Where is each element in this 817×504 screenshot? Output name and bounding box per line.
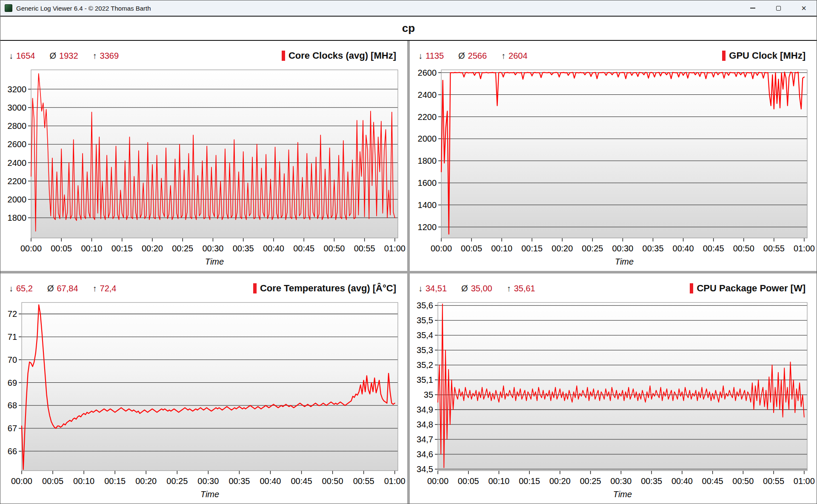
min-arrow-icon: ↓ xyxy=(9,284,13,293)
stat-avg: Ø67,84 xyxy=(47,284,78,293)
core-clocks-chart[interactable]: 1800200022002400260028003000320000:0000:… xyxy=(0,65,407,271)
log-file-header: cp xyxy=(0,17,817,41)
chart-stats: ↓1135 Ø2566 ↑2604 xyxy=(418,51,528,61)
svg-text:35,1: 35,1 xyxy=(417,375,433,384)
stat-max-value: 35,61 xyxy=(514,284,535,293)
svg-text:00:25: 00:25 xyxy=(580,476,601,486)
svg-text:00:20: 00:20 xyxy=(135,476,157,486)
svg-text:00:50: 00:50 xyxy=(322,476,343,486)
svg-text:00:30: 00:30 xyxy=(202,244,223,253)
chart-stats: ↓65,2 Ø67,84 ↑72,4 xyxy=(9,284,117,293)
chart-legend: GPU Clock [MHz] xyxy=(722,50,806,61)
svg-text:00:35: 00:35 xyxy=(229,476,250,486)
svg-text:00:35: 00:35 xyxy=(643,244,664,253)
svg-text:00:05: 00:05 xyxy=(51,244,72,253)
svg-text:00:10: 00:10 xyxy=(73,476,94,486)
svg-text:00:20: 00:20 xyxy=(142,244,163,253)
svg-text:01:00: 01:00 xyxy=(794,244,815,253)
svg-text:00:35: 00:35 xyxy=(641,476,662,486)
svg-text:2600: 2600 xyxy=(8,140,26,149)
svg-text:00:40: 00:40 xyxy=(673,244,694,253)
svg-text:2000: 2000 xyxy=(418,134,437,143)
stat-min-value: 65,2 xyxy=(16,284,33,293)
legend-color-bar xyxy=(253,283,257,293)
stat-max: ↑3369 xyxy=(93,51,119,61)
log-file-name: cp xyxy=(402,22,415,35)
svg-text:Time: Time xyxy=(615,257,634,266)
avg-symbol-icon: Ø xyxy=(461,284,468,293)
svg-text:35,3: 35,3 xyxy=(417,345,433,355)
close-button[interactable]: × xyxy=(791,0,817,16)
svg-text:00:50: 00:50 xyxy=(323,244,345,253)
stat-min-value: 1654 xyxy=(16,51,35,61)
chart-title: Core Clocks (avg) [MHz] xyxy=(289,50,396,61)
legend-color-bar xyxy=(282,51,285,61)
svg-text:00:05: 00:05 xyxy=(458,476,479,486)
svg-text:00:45: 00:45 xyxy=(703,244,724,253)
minimize-button[interactable] xyxy=(740,0,766,16)
stat-min-value: 1135 xyxy=(426,51,444,61)
svg-text:Time: Time xyxy=(205,257,224,266)
min-arrow-icon: ↓ xyxy=(9,51,13,61)
svg-text:00:45: 00:45 xyxy=(702,476,723,486)
stat-avg: Ø1932 xyxy=(50,51,78,61)
stat-avg: Ø2566 xyxy=(458,51,487,61)
avg-symbol-icon: Ø xyxy=(458,51,465,61)
svg-text:00:15: 00:15 xyxy=(519,476,540,486)
svg-text:01:00: 01:00 xyxy=(384,244,406,253)
svg-text:2200: 2200 xyxy=(8,177,26,186)
quadrant-core-temperatures: ↓65,2 Ø67,84 ↑72,4 Core Temperatures (av… xyxy=(0,273,407,504)
maximize-icon xyxy=(776,6,781,11)
svg-text:00:25: 00:25 xyxy=(582,244,603,253)
stat-max: ↑72,4 xyxy=(93,284,117,293)
plot-area-wrap: 6667686970717200:0000:0500:1000:1500:200… xyxy=(0,297,407,504)
svg-text:00:45: 00:45 xyxy=(293,244,314,253)
svg-text:00:05: 00:05 xyxy=(42,476,63,486)
svg-text:34,9: 34,9 xyxy=(417,405,433,414)
svg-text:35: 35 xyxy=(424,390,433,399)
stat-min: ↓1135 xyxy=(418,51,444,61)
svg-text:00:15: 00:15 xyxy=(104,476,126,486)
svg-text:00:00: 00:00 xyxy=(20,244,42,253)
svg-text:00:55: 00:55 xyxy=(354,244,375,253)
stat-avg-value: 2566 xyxy=(468,51,487,61)
svg-text:01:00: 01:00 xyxy=(794,476,815,486)
svg-text:00:55: 00:55 xyxy=(353,476,374,486)
quadrant-gpu-clock: ↓1135 Ø2566 ↑2604 GPU Clock [MHz] 120014… xyxy=(410,41,817,271)
chart-legend: Core Clocks (avg) [MHz] xyxy=(282,50,396,61)
core-temperatures-chart[interactable]: 6667686970717200:0000:0500:1000:1500:200… xyxy=(0,297,407,504)
stat-min: ↓65,2 xyxy=(9,284,33,293)
chart-title: GPU Clock [MHz] xyxy=(729,50,806,61)
svg-text:00:15: 00:15 xyxy=(521,244,543,253)
svg-text:00:10: 00:10 xyxy=(81,244,102,253)
chart-legend: Core Temperatures (avg) [Â°C] xyxy=(253,283,396,294)
max-arrow-icon: ↑ xyxy=(507,284,511,293)
svg-text:00:10: 00:10 xyxy=(488,476,509,486)
svg-text:00:55: 00:55 xyxy=(763,476,784,486)
svg-text:00:45: 00:45 xyxy=(291,476,312,486)
svg-text:Time: Time xyxy=(613,490,632,499)
gpu-clock-chart[interactable]: 1200140016001800200022002400260000:0000:… xyxy=(410,65,817,271)
svg-text:1600: 1600 xyxy=(418,178,437,188)
chart-stats: ↓34,51 Ø35,00 ↑35,61 xyxy=(418,284,535,293)
stat-avg-value: 67,84 xyxy=(57,284,78,293)
maximize-button[interactable] xyxy=(766,0,791,16)
svg-text:34,6: 34,6 xyxy=(417,450,433,459)
title-bar: Generic Log Viewer 6.4 - © 2022 Thomas B… xyxy=(0,0,817,17)
avg-symbol-icon: Ø xyxy=(50,51,57,61)
svg-text:00:40: 00:40 xyxy=(671,476,693,486)
quadrant-cpu-package-power: ↓34,51 Ø35,00 ↑35,61 CPU Package Power [… xyxy=(410,273,817,504)
svg-text:00:10: 00:10 xyxy=(491,244,512,253)
svg-text:00:20: 00:20 xyxy=(549,476,571,486)
svg-text:68: 68 xyxy=(8,401,17,410)
svg-text:71: 71 xyxy=(8,332,17,342)
stat-min: ↓1654 xyxy=(9,51,35,61)
svg-text:3000: 3000 xyxy=(8,103,26,112)
quadrant-core-clocks: ↓1654 Ø1932 ↑3369 Core Clocks (avg) [MHz… xyxy=(0,41,407,271)
chart-title: Core Temperatures (avg) [Â°C] xyxy=(260,283,396,294)
avg-symbol-icon: Ø xyxy=(47,284,54,293)
svg-text:69: 69 xyxy=(8,378,17,387)
max-arrow-icon: ↑ xyxy=(501,51,506,61)
chart-head: ↓65,2 Ø67,84 ↑72,4 Core Temperatures (av… xyxy=(0,279,407,297)
cpu-package-power-chart[interactable]: 34,534,634,734,834,93535,135,235,335,435… xyxy=(410,297,817,504)
